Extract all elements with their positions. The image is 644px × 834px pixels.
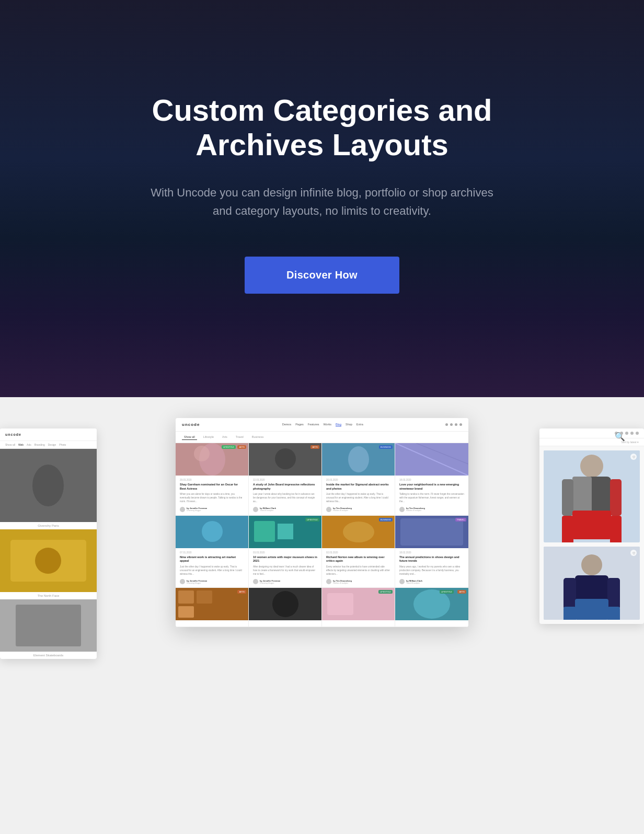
cat-tab-lifestyle[interactable]: Lifestyle <box>201 434 216 440</box>
blog-card-12: ARTS LIFESTYLE <box>395 588 468 627</box>
wishlist-heart-1[interactable]: ♡ <box>630 454 637 460</box>
author-avatar-4 <box>399 507 405 512</box>
svg-point-2 <box>39 463 58 482</box>
right-shop-mockup: 🔍 Sort by latest ▾ <box>539 428 644 624</box>
blog-card-2: ARTS 22.03.2020 A study of John Board im… <box>249 443 322 516</box>
svg-rect-50 <box>607 578 620 609</box>
cnav-works[interactable]: Works <box>324 423 331 426</box>
left-portfolio-mockup: uncode Show all Web Ads Branding Design … <box>0 428 97 659</box>
svg-rect-53 <box>607 607 620 620</box>
blog-date-7: 02.03.2020 <box>326 551 390 554</box>
cnav-blog[interactable]: Blog <box>336 423 341 426</box>
blog-author-5: by Jennifer Freeman Channing blogger <box>180 579 244 584</box>
search-icon[interactable]: 🔍 <box>615 432 618 435</box>
blog-card-img-3: BUSINESS <box>322 443 395 476</box>
svg-rect-7 <box>16 605 81 646</box>
author-avatar-3 <box>326 507 331 512</box>
blog-card-img-11: LIFESTYLE <box>322 588 395 620</box>
left-nav-ads[interactable]: Ads <box>27 443 31 446</box>
blog-excerpt-5: Just the other day I happened to wake up… <box>180 565 244 576</box>
blog-card-content-6: 03.03.2020 10 women artists with major m… <box>249 548 321 588</box>
wishlist-icon[interactable] <box>625 432 628 435</box>
social-icon-4 <box>459 423 462 426</box>
blog-author-6: by Jennifer Freeman Channing blogger <box>253 579 317 584</box>
blog-card-img-2: ARTS <box>249 443 321 476</box>
blog-excerpt-4: Talking to randos is the norm. I'll neve… <box>399 493 464 503</box>
blog-title-2: A study of John Board impressive reflect… <box>253 483 317 491</box>
blog-card-img-7: BUSINESS <box>322 516 395 548</box>
portfolio-label-1: Givenchy Paris <box>0 522 97 529</box>
left-nav-web[interactable]: Web <box>18 443 24 446</box>
discover-how-button[interactable]: Discover How <box>245 257 399 294</box>
blog-author-1: by Jennifer Freeman Channing blogger <box>180 507 244 512</box>
cnav-features[interactable]: Features <box>308 423 319 426</box>
cnav-demos[interactable]: Demos <box>282 423 291 426</box>
category-tabs: Show all Lifestyle Arts Travel Business <box>176 432 468 443</box>
blog-card-6: LIFESTYLE 03.03.2020 10 women artists wi… <box>249 516 322 588</box>
blog-tag-11: LIFESTYLE <box>378 590 393 594</box>
blog-excerpt-8: Many years ago, I worked for my parents … <box>399 565 464 576</box>
blog-tag-1: ARTS <box>237 445 246 449</box>
left-mockup-header: uncode <box>0 428 97 441</box>
author-avatar-2 <box>253 507 258 512</box>
menu-icon[interactable] <box>636 432 639 435</box>
cnav-shop[interactable]: Shop <box>346 423 352 426</box>
author-avatar-7 <box>326 579 331 584</box>
svg-rect-51 <box>575 599 608 620</box>
svg-rect-45 <box>610 516 622 542</box>
cat-tab-business[interactable]: Business <box>250 434 266 440</box>
product-item-1: ♡ Insulated Top - €153.00 – €172.00 <box>544 450 640 542</box>
cat-tab-travel[interactable]: Travel <box>234 434 246 440</box>
blog-tag-12: ARTS <box>457 590 466 594</box>
author-role-1: Channing blogger <box>187 509 207 512</box>
social-icon-3 <box>455 423 457 426</box>
cnav-extra[interactable]: Extra <box>356 423 363 426</box>
portfolio-image-1 <box>0 449 97 522</box>
left-nav-show-all[interactable]: Show all <box>5 443 15 446</box>
hero-subtitle: With Uncode you can design infinite blog… <box>144 183 500 220</box>
blog-date-4: 18.03.2020 <box>399 479 464 481</box>
blog-title-6: 10 women artists with major museum shows… <box>253 555 317 563</box>
author-info-5: by Jennifer Freeman Channing blogger <box>187 580 207 584</box>
svg-rect-29 <box>197 590 212 604</box>
left-nav-design[interactable]: Design <box>48 443 56 446</box>
author-role-8: Travel & sculptor <box>406 582 422 584</box>
cart-icon[interactable] <box>630 432 634 435</box>
cat-tab-arts[interactable]: Arts <box>220 434 229 440</box>
portfolio-item-2: The North Face <box>0 529 97 599</box>
sort-bar: Sort by latest ▾ <box>539 438 644 446</box>
author-info-7: by Tim Drazenberg Fashion & sculptor <box>333 580 352 584</box>
social-icon-2 <box>450 423 453 426</box>
product-image-2: ♡ <box>544 547 640 620</box>
blog-card-img-12: ARTS LIFESTYLE <box>395 588 468 620</box>
blog-card-content-10 <box>249 620 321 627</box>
center-nav-icons <box>445 423 462 426</box>
author-role-6: Channing blogger <box>260 582 280 584</box>
blog-card-content-3: 20.03.2020 Inside the market for Sigmund… <box>322 476 395 515</box>
portfolio-image-3 <box>0 599 97 652</box>
center-nav: Demos Pages Features Works Blog Shop Ext… <box>282 423 363 426</box>
cnav-pages[interactable]: Pages <box>295 423 304 426</box>
blog-card-img-1: ARTS LIFESTYLE <box>176 443 248 476</box>
left-nav-branding[interactable]: Branding <box>34 443 45 446</box>
svg-point-5 <box>35 548 61 574</box>
blog-title-3: Inside the market for Sigmund abstract w… <box>326 483 390 491</box>
blog-date-2: 22.03.2020 <box>253 479 317 481</box>
blog-date-1: 29.03.2020 <box>180 479 244 481</box>
hero-section: Custom Categories and Archives Layouts W… <box>0 0 644 397</box>
blog-date-5: 07.01.2020 <box>180 551 244 554</box>
cat-tab-all[interactable]: Show all <box>182 434 197 440</box>
blog-card-4: 18.03.2020 Love your neighborhood is a n… <box>395 443 468 516</box>
blog-card-img-5 <box>176 516 248 548</box>
blog-card-content-1: 29.03.2020 Shay Garnham nominated for an… <box>176 476 248 515</box>
blog-excerpt-3: Just the other day I happened to wake up… <box>326 493 390 503</box>
left-nav-photo[interactable]: Photo <box>59 443 66 446</box>
blog-card-img-4 <box>395 443 468 476</box>
portfolio-item-3: Element Skateboards <box>0 599 97 659</box>
svg-rect-0 <box>0 449 97 522</box>
blog-excerpt-2: Last year I wrote about why booking too … <box>253 493 317 503</box>
account-icon[interactable] <box>620 432 623 435</box>
wishlist-heart-2[interactable]: ♡ <box>630 550 637 556</box>
svg-rect-49 <box>564 578 576 609</box>
svg-point-1 <box>35 475 61 512</box>
